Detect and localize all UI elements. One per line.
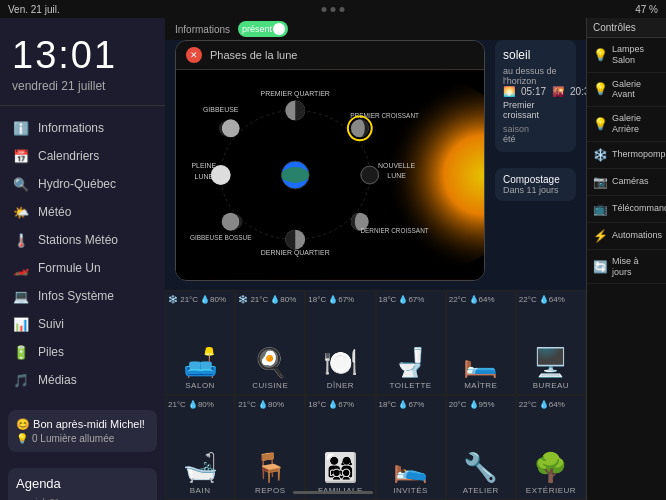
control-item-caméras[interactable]: 📷 Caméras (587, 169, 666, 196)
control-label: Caméras (612, 176, 660, 187)
room-temp: 18°C (379, 295, 397, 304)
rooms-row-2: 21°C 💧80% 🛁 BAIN 21°C 💧80% 🪑 REPOS 18°C … (165, 395, 586, 500)
room-humidity: 💧64% (539, 295, 565, 304)
svg-text:LUNE: LUNE (195, 173, 214, 180)
room-humidity: 💧64% (469, 295, 495, 304)
control-label: Galerie Arrière (612, 113, 660, 135)
room-humidity: 💧80% (188, 400, 214, 409)
room-stats: 22°C 💧64% (449, 295, 513, 304)
control-item-mise-à-jours[interactable]: 🔄 Mise à jours (587, 250, 666, 285)
room-emoji: 🍽️ (323, 346, 358, 379)
room-stats: 21°C 💧80% (238, 400, 302, 409)
light-icon: 💡 (16, 433, 28, 444)
weather-section: soleil au dessus de l'horizon 🌅 05:17 🌇 … (495, 40, 576, 152)
battery-label: 47 % (635, 4, 658, 15)
nav-label: Piles (38, 345, 64, 359)
room-stats: ❄️ 21°C 💧80% (238, 295, 302, 304)
svg-text:DERNIER CROISSANT: DERNIER CROISSANT (360, 227, 428, 234)
rooms-grid: ❄️ 21°C 💧80% 🛋️ SALON ❄️ 21°C 💧80% 🍳 CUI… (165, 290, 586, 500)
room-cell-repos[interactable]: 21°C 💧80% 🪑 REPOS (235, 395, 305, 500)
room-temp: 22°C (519, 400, 537, 409)
room-cell-atelier[interactable]: 20°C 💧95% 🔧 ATELIER (446, 395, 516, 500)
agenda-title: Agenda (16, 476, 149, 491)
room-emoji: 🛏️ (463, 346, 498, 379)
room-temp: 21°C (168, 400, 186, 409)
nav-icon: ℹ️ (12, 119, 30, 137)
room-stats: 22°C 💧64% (519, 295, 583, 304)
greeting-box: 😊 Bon après-midi Michel! 💡 0 Lumière all… (8, 410, 157, 452)
nav-item-hydro-québec[interactable]: 🔍Hydro-Québec (0, 170, 165, 198)
control-label: Mise à jours (612, 256, 660, 278)
nav-icon: 💻 (12, 287, 30, 305)
control-icon: 💡 (593, 117, 608, 131)
nav-item-piles[interactable]: 🔋Piles (0, 338, 165, 366)
control-icon: 🔄 (593, 260, 608, 274)
room-name: BAIN (190, 486, 211, 495)
room-emoji: 🍳 (253, 346, 288, 379)
dot1 (322, 7, 327, 12)
nav-item-stations-météo[interactable]: 🌡️Stations Météo (0, 226, 165, 254)
room-emoji: 🔧 (463, 451, 498, 484)
room-temp: 21°C (238, 400, 256, 409)
control-item-thermopompe[interactable]: ❄️ Thermopompe (587, 142, 666, 169)
nav-label: Hydro-Québec (38, 177, 116, 191)
moon-close-button[interactable]: ✕ (186, 47, 202, 63)
svg-point-17 (222, 213, 240, 231)
control-item-galerie-arrière[interactable]: 💡 Galerie Arrière (587, 107, 666, 142)
room-stats: 18°C 💧67% (308, 295, 372, 304)
room-emoji: 🪑 (253, 451, 288, 484)
weather-subtitle: au dessus de l'horizon (503, 66, 568, 86)
control-icon: 📷 (593, 175, 608, 189)
moon-phase-label: Premier croissant (503, 100, 568, 120)
nav-item-formule-un[interactable]: 🏎️Formule Un (0, 254, 165, 282)
room-temp: 22°C (519, 295, 537, 304)
control-item-automations[interactable]: ⚡ Automations (587, 223, 666, 250)
nav-item-calendriers[interactable]: 📅Calendriers (0, 142, 165, 170)
room-cell-maître[interactable]: 22°C 💧64% 🛏️ MAÎTRE (446, 290, 516, 395)
nav-label: Suivi (38, 317, 64, 331)
room-cell-extérieur[interactable]: 22°C 💧64% 🌳 EXTÉRIEUR (516, 395, 586, 500)
room-stats: 18°C 💧67% (308, 400, 372, 409)
light-status: 💡 0 Lumière allumée (16, 433, 149, 444)
room-cell-dîner[interactable]: 18°C 💧67% 🍽️ DÎNER (305, 290, 375, 395)
room-temp: 18°C (379, 400, 397, 409)
room-cell-salon[interactable]: ❄️ 21°C 💧80% 🛋️ SALON (165, 290, 235, 395)
room-humidity: 💧95% (469, 400, 495, 409)
room-cell-bain[interactable]: 21°C 💧80% 🛁 BAIN (165, 395, 235, 500)
room-name: CUISINE (252, 381, 288, 390)
moon-dialog-title: Phases de la lune (210, 49, 297, 61)
room-stats: 20°C 💧95% (449, 400, 513, 409)
nav-label: Informations (38, 121, 104, 135)
presence-toggle[interactable]: présent (238, 21, 288, 37)
svg-text:LUNE: LUNE (387, 172, 406, 179)
room-temp: 18°C (308, 400, 326, 409)
sunset-time: 20:37 (570, 86, 586, 97)
room-cell-familiale[interactable]: 18°C 💧67% 👨‍👩‍👧‍👦 FAMILIALE (305, 395, 375, 500)
svg-text:PREMIER QUARTIER: PREMIER QUARTIER (261, 90, 330, 98)
control-item-galerie-avant[interactable]: 💡 Galerie Avant (587, 73, 666, 108)
nav-icon: 📅 (12, 147, 30, 165)
nav-item-informations[interactable]: ℹ️Informations (0, 114, 165, 142)
controls-list: 💡 Lampes Salon 💡 Galerie Avant 💡 Galerie… (587, 38, 666, 284)
room-cell-invités[interactable]: 18°C 💧67% 🛌 INVITÉS (376, 395, 446, 500)
room-temp: 20°C (449, 400, 467, 409)
nav-label: Formule Un (38, 261, 101, 275)
compost-label: Compostage (503, 174, 568, 185)
nav-item-météo[interactable]: 🌤️Météo (0, 198, 165, 226)
control-item-lampes-salon[interactable]: 💡 Lampes Salon (587, 38, 666, 73)
control-item-télécommande[interactable]: 📺 Télécommande (587, 196, 666, 223)
top-bar-time: Ven. 21 juil. (8, 4, 60, 15)
compost-section: Compostage Dans 11 jours (495, 168, 576, 201)
nav-item-infos-système[interactable]: 💻Infos Système (0, 282, 165, 310)
room-emoji: 🛌 (393, 451, 428, 484)
room-emoji: 🛋️ (183, 346, 218, 379)
room-cell-bureau[interactable]: 22°C 💧64% 🖥️ BUREAU (516, 290, 586, 395)
nav-label: Infos Système (38, 289, 114, 303)
control-icon: ❄️ (593, 148, 608, 162)
room-cell-cuisine[interactable]: ❄️ 21°C 💧80% 🍳 CUISINE (235, 290, 305, 395)
nav-item-suivi[interactable]: 📊Suivi (0, 310, 165, 338)
nav-item-médias[interactable]: 🎵Médias (0, 366, 165, 394)
toggle-bar: Informations présent (165, 18, 586, 40)
room-cell-toilette[interactable]: 18°C 💧67% 🚽 TOILETTE (376, 290, 446, 395)
toggle-label: présent (242, 24, 272, 34)
